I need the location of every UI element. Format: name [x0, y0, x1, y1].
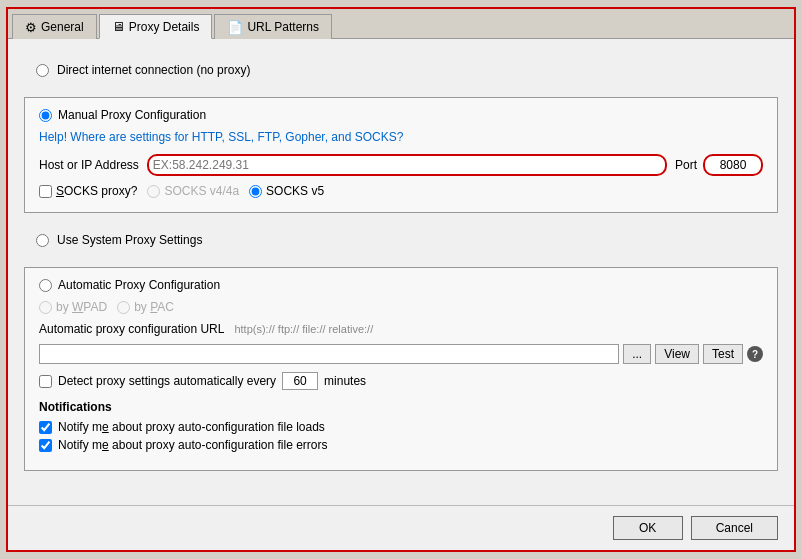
socks-row: SOCKS proxy? SOCKS v4/4a SOCKS v5	[39, 184, 763, 198]
direct-option-row: Direct internet connection (no proxy)	[24, 55, 778, 85]
url-input-row: ... View Test ?	[39, 344, 763, 364]
by-wpad-option: by WPAD	[39, 300, 107, 314]
port-group: Port	[675, 154, 763, 176]
proxy-details-icon: 🖥	[112, 19, 125, 34]
tab-proxy-details[interactable]: 🖥 Proxy Details	[99, 14, 213, 39]
port-input[interactable]	[703, 154, 763, 176]
tab-bar: ⚙ General 🖥 Proxy Details 📄 URL Patterns	[8, 9, 794, 39]
auto-proxy-section: Automatic Proxy Configuration by WPAD by…	[24, 267, 778, 471]
manual-proxy-section: Manual Proxy Configuration Help! Where a…	[24, 97, 778, 213]
auto-url-label: Automatic proxy configuration URL	[39, 322, 224, 336]
direct-label: Direct internet connection (no proxy)	[57, 63, 250, 77]
tab-url-patterns[interactable]: 📄 URL Patterns	[214, 14, 332, 39]
system-label: Use System Proxy Settings	[57, 233, 202, 247]
host-row: Host or IP Address Port	[39, 154, 763, 176]
auto-title-row: Automatic Proxy Configuration	[39, 278, 763, 292]
cancel-button[interactable]: Cancel	[691, 516, 778, 540]
manual-radio[interactable]	[39, 109, 52, 122]
tab-proxy-details-label: Proxy Details	[129, 20, 200, 34]
host-input-wrap	[147, 154, 667, 176]
socks-v5-text: SOCKS v5	[266, 184, 324, 198]
help-icon[interactable]: ?	[747, 346, 763, 362]
socks-checkbox-label: SOCKS proxy?	[39, 184, 137, 198]
notify2-label: Notify me about proxy auto-configuration…	[58, 438, 328, 452]
tab-general-label: General	[41, 20, 84, 34]
socks-v4-label: SOCKS v4/4a	[147, 184, 239, 198]
test-button[interactable]: Test	[703, 344, 743, 364]
dialog: ⚙ General 🖥 Proxy Details 📄 URL Patterns…	[6, 7, 796, 552]
auto-url-input[interactable]	[39, 344, 619, 364]
port-label: Port	[675, 158, 697, 172]
notify1-label: Notify me about proxy auto-configuration…	[58, 420, 325, 434]
notify1-checkbox[interactable]	[39, 421, 52, 434]
manual-label: Manual Proxy Configuration	[58, 108, 206, 122]
by-pac-text: by PAC	[134, 300, 174, 314]
by-row: by WPAD by PAC	[39, 300, 763, 314]
direct-radio[interactable]	[36, 64, 49, 77]
general-icon: ⚙	[25, 20, 37, 35]
detect-suffix: minutes	[324, 374, 366, 388]
auto-url-label-row: Automatic proxy configuration URL http(s…	[39, 322, 763, 336]
ok-button[interactable]: OK	[613, 516, 683, 540]
auto-radio[interactable]	[39, 279, 52, 292]
detect-checkbox[interactable]	[39, 375, 52, 388]
pac-radio[interactable]	[117, 301, 130, 314]
notify2-checkbox[interactable]	[39, 439, 52, 452]
socks-v5-label: SOCKS v5	[249, 184, 324, 198]
system-option-row: Use System Proxy Settings	[24, 225, 778, 255]
socks-v4-text: SOCKS v4/4a	[164, 184, 239, 198]
notifications-title: Notifications	[39, 400, 763, 414]
manual-title-row: Manual Proxy Configuration	[39, 108, 763, 122]
system-radio[interactable]	[36, 234, 49, 247]
tab-url-patterns-label: URL Patterns	[247, 20, 319, 34]
host-input[interactable]	[147, 154, 667, 176]
socks-checkbox[interactable]	[39, 185, 52, 198]
notify-row-2: Notify me about proxy auto-configuration…	[39, 438, 763, 452]
url-patterns-icon: 📄	[227, 20, 243, 35]
tab-general[interactable]: ⚙ General	[12, 14, 97, 39]
detect-row: Detect proxy settings automatically ever…	[39, 372, 763, 390]
by-wpad-text: by WPAD	[56, 300, 107, 314]
help-link[interactable]: Help! Where are settings for HTTP, SSL, …	[39, 130, 763, 144]
wpad-radio[interactable]	[39, 301, 52, 314]
socks-v5-radio[interactable]	[249, 185, 262, 198]
by-pac-option: by PAC	[117, 300, 174, 314]
socks-v4-radio[interactable]	[147, 185, 160, 198]
auto-url-hint: http(s):// ftp:// file:// relative://	[234, 323, 373, 335]
socks-label: SOCKS proxy?	[56, 184, 137, 198]
notify-row-1: Notify me about proxy auto-configuration…	[39, 420, 763, 434]
view-button[interactable]: View	[655, 344, 699, 364]
detect-label: Detect proxy settings automatically ever…	[58, 374, 276, 388]
detect-interval-input[interactable]	[282, 372, 318, 390]
ellipsis-button[interactable]: ...	[623, 344, 651, 364]
host-ip-label: Host or IP Address	[39, 158, 139, 172]
footer: OK Cancel	[8, 505, 794, 550]
auto-label: Automatic Proxy Configuration	[58, 278, 220, 292]
content-area: Direct internet connection (no proxy) Ma…	[8, 39, 794, 505]
